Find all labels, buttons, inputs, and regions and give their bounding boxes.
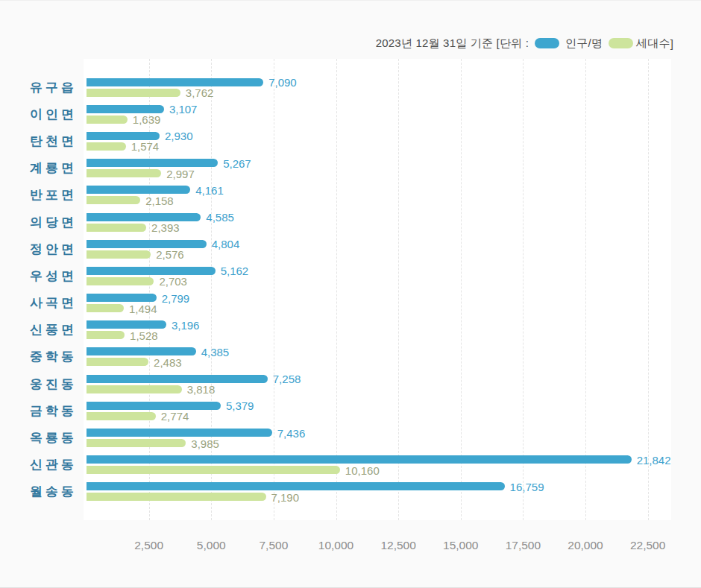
- households-bar[interactable]: 3,985: [87, 439, 186, 447]
- households-bar[interactable]: 7,190: [87, 493, 266, 501]
- households-value: 1,639: [133, 114, 161, 125]
- population-value: 5,162: [221, 265, 249, 276]
- households-bar[interactable]: 2,703: [87, 277, 154, 285]
- category-label: 중학동: [0, 344, 84, 370]
- chart-header: 2023년 12월 31일 기준 [단위 : 인구/명 세대수 ]: [376, 35, 673, 51]
- category-label: 월송동: [0, 478, 84, 505]
- households-bar[interactable]: 2,774: [87, 412, 156, 420]
- households-bar[interactable]: 2,997: [87, 169, 161, 177]
- category-label: 우성면: [0, 262, 84, 289]
- table-row: 5,3792,774: [87, 397, 671, 424]
- households-bar[interactable]: 3,818: [87, 385, 182, 393]
- x-tick-label: 10,000: [318, 539, 353, 552]
- population-bar[interactable]: 7,258: [87, 375, 268, 383]
- population-value: 4,385: [201, 346, 230, 357]
- category-label: 금학동: [0, 397, 84, 424]
- households-bar[interactable]: 10,160: [87, 466, 340, 474]
- population-bar[interactable]: 5,162: [87, 267, 216, 275]
- bar-rows: 7,0903,7623,1071,6392,9301,5745,2672,997…: [87, 74, 671, 505]
- households-bar[interactable]: 1,528: [87, 331, 125, 339]
- population-value: 4,585: [206, 212, 234, 223]
- population-value: 5,379: [226, 400, 254, 411]
- category-label: 옥룡동: [0, 424, 84, 451]
- x-tick-label: 15,000: [443, 539, 478, 552]
- category-label: 탄천면: [0, 127, 84, 154]
- plot-area: 7,0903,7623,1071,6392,9301,5745,2672,997…: [84, 59, 671, 520]
- table-row: 5,1622,703: [87, 262, 671, 289]
- legend-pill-population: [535, 38, 559, 48]
- population-value: 7,436: [277, 427, 306, 438]
- households-value: 2,774: [161, 411, 189, 422]
- table-row: 2,9301,574: [87, 127, 671, 154]
- legend-label-population: 인구/명: [565, 37, 603, 51]
- header-bracket-close: ]: [670, 37, 673, 50]
- x-tick-label: 2,500: [134, 539, 163, 552]
- households-bar[interactable]: 1,639: [87, 116, 128, 124]
- population-bar[interactable]: 5,267: [87, 159, 218, 167]
- population-bar[interactable]: 4,161: [87, 186, 190, 194]
- table-row: 3,1961,528: [87, 317, 671, 344]
- table-row: 2,7991,494: [87, 290, 671, 317]
- households-value: 2,393: [151, 222, 180, 233]
- category-label: 계룡면: [0, 155, 84, 182]
- households-bar[interactable]: 2,158: [87, 196, 140, 204]
- table-row: 4,3852,483: [87, 344, 671, 370]
- population-bar[interactable]: 21,842: [87, 455, 632, 464]
- population-value: 7,090: [268, 77, 297, 88]
- population-value: 7,258: [273, 373, 301, 385]
- households-value: 1,528: [130, 329, 158, 341]
- population-bar[interactable]: 5,379: [87, 402, 221, 410]
- category-label: 이인면: [0, 101, 84, 127]
- table-row: 7,2583,818: [87, 370, 671, 397]
- population-bar[interactable]: 4,804: [87, 240, 207, 248]
- population-value: 4,804: [212, 238, 240, 250]
- legend-label-households: 세대수: [636, 37, 670, 51]
- population-value: 21,842: [637, 454, 671, 465]
- households-value: 1,574: [131, 141, 160, 152]
- households-value: 1,494: [129, 303, 157, 314]
- x-tick-label: 12,500: [380, 539, 415, 552]
- households-value: 3,985: [191, 437, 219, 449]
- x-tick-label: 17,500: [506, 539, 541, 552]
- population-bar[interactable]: 7,436: [87, 429, 272, 437]
- category-label: 신풍면: [0, 317, 84, 344]
- population-value: 2,930: [165, 130, 193, 142]
- population-value: 16,759: [510, 481, 544, 492]
- category-label: 정안면: [0, 235, 84, 262]
- households-value: 2,483: [154, 356, 182, 367]
- table-row: 4,8042,576: [87, 235, 671, 262]
- x-tick-label: 5,000: [197, 539, 226, 552]
- category-label: 웅진동: [0, 370, 84, 397]
- category-label: 의당면: [0, 209, 84, 235]
- population-bar[interactable]: 3,196: [87, 320, 166, 329]
- population-bar[interactable]: 3,107: [87, 105, 164, 113]
- category-labels: 유구읍이인면탄천면계룡면반포면의당면정안면우성면사곡면신풍면중학동웅진동금학동옥…: [0, 74, 84, 505]
- table-row: 21,84210,160: [87, 452, 671, 478]
- population-bar[interactable]: 4,585: [87, 213, 201, 221]
- legend-pill-households: [609, 38, 633, 48]
- households-value: 2,703: [159, 276, 187, 287]
- table-row: 4,5852,393: [87, 209, 671, 235]
- households-bar[interactable]: 2,393: [87, 224, 146, 232]
- households-value: 10,160: [345, 464, 380, 475]
- table-row: 5,2672,997: [87, 155, 671, 182]
- households-bar[interactable]: 3,762: [87, 89, 180, 97]
- population-bar[interactable]: 16,759: [87, 482, 505, 490]
- category-label: 유구읍: [0, 74, 84, 101]
- table-row: 4,1612,158: [87, 182, 671, 209]
- category-label: 반포면: [0, 182, 84, 209]
- x-tick-label: 7,500: [259, 539, 288, 552]
- population-bar[interactable]: 7,090: [87, 78, 263, 86]
- households-bar[interactable]: 2,576: [87, 250, 151, 259]
- table-row: 16,7597,190: [87, 478, 671, 505]
- households-value: 3,762: [186, 87, 214, 98]
- population-value: 5,267: [223, 157, 251, 168]
- x-axis: 2,5005,0007,50010,00012,50015,00017,5002…: [87, 539, 671, 555]
- population-value: 2,799: [162, 292, 190, 303]
- population-bar[interactable]: 2,930: [87, 132, 160, 140]
- population-bar[interactable]: 4,385: [87, 347, 196, 355]
- population-bar[interactable]: 2,799: [87, 294, 157, 302]
- households-bar[interactable]: 1,494: [87, 304, 124, 312]
- households-bar[interactable]: 1,574: [87, 142, 126, 151]
- households-bar[interactable]: 2,483: [87, 358, 148, 366]
